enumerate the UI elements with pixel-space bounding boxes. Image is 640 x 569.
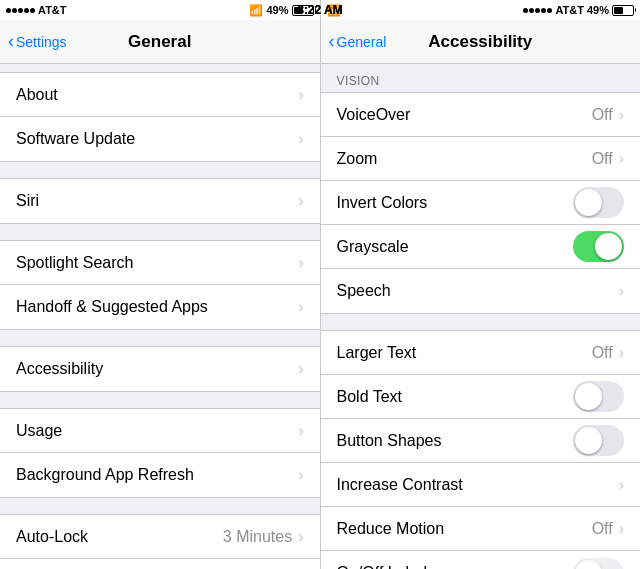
button-shapes-label: Button Shapes: [337, 432, 574, 450]
usage-chevron-icon: ›: [298, 422, 303, 440]
row-button-shapes[interactable]: Button Shapes: [321, 419, 641, 463]
about-label: About: [16, 86, 298, 104]
row-auto-lock[interactable]: Auto-Lock 3 Minutes ›: [0, 515, 320, 559]
vision-header-label: VISION: [337, 74, 380, 88]
reduce-motion-chevron-icon: ›: [619, 520, 624, 538]
left-battery-icon: [292, 5, 314, 16]
group-accessibility: Accessibility ›: [0, 346, 320, 392]
row-background-app-refresh[interactable]: Background App Refresh ›: [0, 453, 320, 497]
spacer-right1: [321, 314, 641, 330]
speech-label: Speech: [337, 282, 619, 300]
row-about[interactable]: About ›: [0, 73, 320, 117]
background-refresh-chevron-icon: ›: [298, 466, 303, 484]
row-bold-text[interactable]: Bold Text: [321, 375, 641, 419]
left-back-label: Settings: [16, 34, 67, 50]
left-content: About › Software Update › Siri › Spotlig…: [0, 64, 320, 569]
spacer4: [0, 330, 320, 346]
row-handoff[interactable]: Handoff & Suggested Apps ›: [0, 285, 320, 329]
bluetooth-icon: 📶: [249, 4, 263, 17]
row-grayscale[interactable]: Grayscale: [321, 225, 641, 269]
handoff-chevron-icon: ›: [298, 298, 303, 316]
right-status-right: AT&T 49%: [523, 4, 634, 16]
group-autolock: Auto-Lock 3 Minutes › Restrictions Off ›: [0, 514, 320, 569]
left-nav-title: General: [128, 32, 191, 52]
about-chevron-icon: ›: [298, 86, 303, 104]
right-battery-pct: 49%: [587, 4, 609, 16]
usage-label: Usage: [16, 422, 298, 440]
voiceover-chevron-icon: ›: [619, 106, 624, 124]
right-back-button[interactable]: ‹ General: [329, 33, 387, 50]
button-shapes-toggle[interactable]: [573, 425, 624, 456]
group-usage: Usage › Background App Refresh ›: [0, 408, 320, 498]
group-spotlight: Spotlight Search › Handoff & Suggested A…: [0, 240, 320, 330]
left-back-button[interactable]: ‹ Settings: [8, 33, 67, 50]
spacer6: [0, 498, 320, 514]
right-signal-dots: [523, 8, 552, 13]
row-software-update[interactable]: Software Update ›: [0, 117, 320, 161]
row-voiceover[interactable]: VoiceOver Off ›: [321, 93, 641, 137]
handoff-label: Handoff & Suggested Apps: [16, 298, 298, 316]
larger-text-chevron-icon: ›: [619, 344, 624, 362]
signal-dots: [6, 8, 35, 13]
background-refresh-label: Background App Refresh: [16, 466, 298, 484]
row-restrictions[interactable]: Restrictions Off ›: [0, 559, 320, 569]
bold-text-toggle[interactable]: [573, 381, 624, 412]
voiceover-value: Off: [592, 106, 613, 124]
left-battery-pct: 49%: [266, 4, 288, 16]
auto-lock-label: Auto-Lock: [16, 528, 223, 546]
right-content: VISION VoiceOver Off › Zoom Off › Invert…: [321, 64, 641, 569]
right-battery-icon: [612, 5, 634, 16]
left-status-left: AT&T: [6, 4, 67, 16]
spacer5: [0, 392, 320, 408]
row-spotlight-search[interactable]: Spotlight Search ›: [0, 241, 320, 285]
row-zoom[interactable]: Zoom Off ›: [321, 137, 641, 181]
row-increase-contrast[interactable]: Increase Contrast ›: [321, 463, 641, 507]
grayscale-toggle-knob: [595, 233, 622, 260]
onoff-labels-toggle-knob: [575, 560, 602, 570]
zoom-chevron-icon: ›: [619, 150, 624, 168]
row-larger-text[interactable]: Larger Text Off ›: [321, 331, 641, 375]
spotlight-chevron-icon: ›: [298, 254, 303, 272]
row-accessibility[interactable]: Accessibility ›: [0, 347, 320, 391]
increase-contrast-label: Increase Contrast: [337, 476, 619, 494]
right-bluetooth-icon: 📶: [327, 4, 341, 17]
onoff-labels-toggle[interactable]: [573, 558, 624, 570]
vision-group: VoiceOver Off › Zoom Off › Invert Colors…: [321, 92, 641, 314]
invert-colors-toggle-knob: [575, 189, 602, 216]
larger-text-label: Larger Text: [337, 344, 592, 362]
spacer3: [0, 224, 320, 240]
left-status-right: 📶 49%: [249, 4, 313, 17]
right-status-left: 📶: [327, 4, 341, 17]
button-shapes-toggle-knob: [575, 427, 602, 454]
right-panel: 📶 8:22 AM AT&T 49% ‹ General Accessibili…: [321, 0, 641, 569]
row-invert-colors[interactable]: Invert Colors: [321, 181, 641, 225]
row-siri[interactable]: Siri ›: [0, 179, 320, 223]
auto-lock-chevron-icon: ›: [298, 528, 303, 546]
bold-text-toggle-knob: [575, 383, 602, 410]
grayscale-label: Grayscale: [337, 238, 574, 256]
increase-contrast-chevron-icon: ›: [619, 476, 624, 494]
spotlight-search-label: Spotlight Search: [16, 254, 298, 272]
software-update-chevron-icon: ›: [298, 130, 303, 148]
right-battery-fill: [614, 7, 623, 14]
onoff-labels-label: On/Off Labels: [337, 564, 574, 569]
speech-chevron-icon: ›: [619, 282, 624, 300]
left-battery-fill: [294, 7, 303, 14]
row-onoff-labels[interactable]: On/Off Labels: [321, 551, 641, 569]
right-carrier: AT&T: [555, 4, 584, 16]
left-panel: AT&T 8:22 AM 📶 49% ‹ Settings General Ab…: [0, 0, 320, 569]
vision-section-header: VISION: [321, 64, 641, 92]
invert-colors-toggle[interactable]: [573, 187, 624, 218]
left-status-bar: AT&T 8:22 AM 📶 49%: [0, 0, 320, 20]
accessibility-label: Accessibility: [16, 360, 298, 378]
auto-lock-value: 3 Minutes: [223, 528, 292, 546]
right-back-chevron-icon: ‹: [329, 32, 335, 50]
grayscale-toggle[interactable]: [573, 231, 624, 262]
row-reduce-motion[interactable]: Reduce Motion Off ›: [321, 507, 641, 551]
right-status-bar: 📶 8:22 AM AT&T 49%: [321, 0, 641, 20]
spacer1: [0, 64, 320, 72]
row-usage[interactable]: Usage ›: [0, 409, 320, 453]
left-nav-bar: ‹ Settings General: [0, 20, 320, 64]
group-siri: Siri ›: [0, 178, 320, 224]
row-speech[interactable]: Speech ›: [321, 269, 641, 313]
